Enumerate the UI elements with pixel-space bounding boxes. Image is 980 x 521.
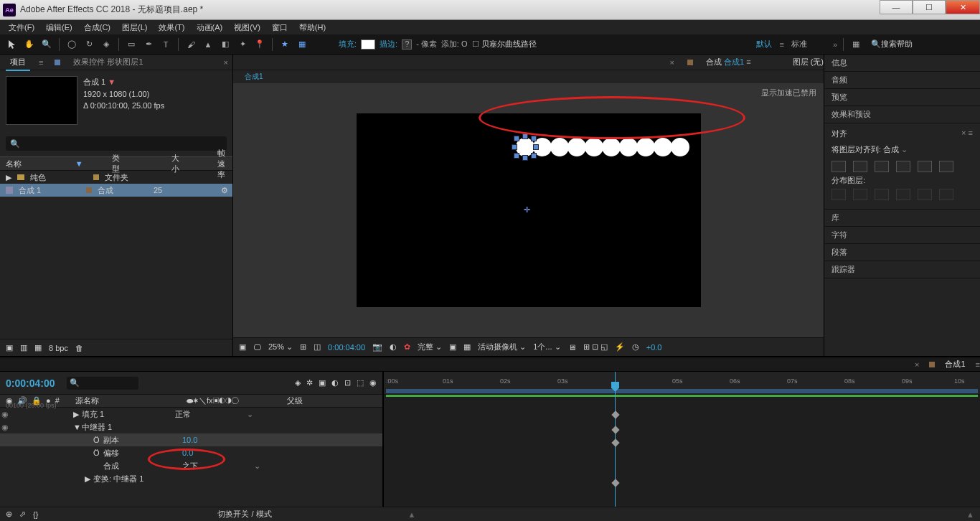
tl-opt6-icon[interactable]: ⬚ — [357, 378, 364, 388]
hand-tool-icon[interactable]: ✋ — [23, 38, 36, 51]
rotate-tool-icon[interactable]: ↻ — [83, 38, 95, 51]
tl-opt2-icon[interactable]: ✲ — [306, 378, 313, 388]
menu-composition[interactable]: 合成(C) — [80, 21, 115, 34]
dist-3[interactable] — [875, 189, 889, 200]
maximize-button[interactable]: ☐ — [913, 0, 946, 14]
stroke-label[interactable]: 描边: — [380, 39, 397, 50]
menu-file[interactable]: 文件(F) — [4, 21, 39, 34]
bezier-checkbox[interactable]: ☐ 贝塞尔曲线路径 — [472, 39, 537, 50]
paragraph-panel-header[interactable]: 段落 — [824, 244, 980, 261]
comp-thumbnail[interactable] — [6, 76, 77, 125]
current-time[interactable]: 0:00:04:00 — [328, 343, 365, 352]
exposure-value[interactable]: +0.0 — [646, 343, 662, 352]
keyframe-marker[interactable] — [611, 426, 619, 433]
mask-toggle-icon[interactable]: ◫ — [314, 342, 321, 352]
zoom-tool-icon[interactable]: 🔍 — [40, 38, 53, 51]
tl-opt3-icon[interactable]: ▣ — [319, 378, 326, 388]
effects-panel-header[interactable]: 效果和预设 — [824, 106, 980, 123]
timeline-tab[interactable]: 合成1 — [941, 357, 969, 372]
dist-5[interactable] — [918, 189, 932, 200]
timeline-track-area[interactable]: :00s 01s 02s 03s 05s 06s 07s 08s 09s 10s — [384, 372, 980, 521]
eraser-tool-icon[interactable]: ◧ — [219, 38, 232, 51]
tl-opt4-icon[interactable]: ◐ — [331, 378, 339, 388]
interpret-icon[interactable]: ▣ — [6, 343, 13, 352]
comp-close-icon[interactable]: × — [670, 58, 674, 67]
dist-4[interactable] — [896, 189, 910, 200]
new-folder-icon[interactable]: ▥ — [20, 343, 27, 352]
layer-tab[interactable]: 图层 (无) — [793, 57, 824, 67]
grid-toggle-icon[interactable]: ⊞ — [300, 342, 306, 352]
status-icon-2[interactable]: ⬀ — [19, 510, 26, 519]
menu-window[interactable]: 窗口 — [268, 21, 292, 34]
puppet-tool-icon[interactable]: 📍 — [253, 38, 266, 51]
copies-value[interactable]: 10.0 — [182, 436, 197, 444]
grid-icon[interactable]: ▦ — [296, 38, 308, 51]
library-panel-header[interactable]: 库 — [824, 210, 980, 227]
orbit-tool-icon[interactable]: ◯ — [65, 38, 78, 51]
align-vcenter-button[interactable] — [918, 161, 932, 172]
anchor-point-icon[interactable]: ✛ — [524, 205, 534, 215]
color-mgmt-icon[interactable]: ✿ — [404, 342, 410, 352]
time-ruler[interactable]: :00s 01s 02s 03s 05s 06s 07s 08s 09s 10s — [384, 372, 980, 395]
composition-canvas[interactable]: ✛ — [357, 113, 701, 307]
work-area-bar[interactable] — [386, 389, 978, 393]
roto-tool-icon[interactable]: ✦ — [236, 38, 249, 51]
bpc-button[interactable]: 8 bpc — [49, 344, 68, 352]
res-icon[interactable]: ▣ — [239, 342, 246, 352]
menu-help[interactable]: 帮助(H) — [295, 21, 330, 34]
camera-dropdown[interactable]: 活动摄像机 ⌄ — [478, 342, 526, 352]
transparency-icon[interactable]: ▦ — [463, 342, 471, 352]
dist-6[interactable] — [939, 189, 953, 200]
menu-layer[interactable]: 图层(L) — [118, 21, 151, 34]
pen-tool-icon[interactable]: ✒ — [142, 38, 155, 51]
align-bottom-button[interactable] — [939, 161, 953, 172]
star-icon[interactable]: ★ — [278, 38, 291, 51]
stroke-swatch[interactable]: ? — [402, 39, 412, 50]
fill-label[interactable]: 填充: — [339, 39, 357, 50]
project-search-input[interactable]: 🔍 — [6, 136, 227, 151]
timeline-icon[interactable]: ◷ — [632, 342, 639, 352]
workspace-default[interactable]: 默认 — [756, 39, 772, 50]
stopwatch-icon[interactable]: Ö — [93, 449, 103, 457]
property-row-transform[interactable]: ▶ 变换: 中继器 1 — [0, 472, 382, 485]
anchor-tool-icon[interactable]: ◈ — [100, 38, 113, 51]
workspace-standard[interactable]: 标准 — [791, 39, 807, 50]
project-columns-header[interactable]: 名称 ▼ 类型 大小 帧速率 — [0, 156, 232, 171]
panel-close-icon[interactable]: × — [224, 58, 228, 67]
text-tool-icon[interactable]: T — [159, 38, 172, 51]
minimize-button[interactable]: — — [880, 0, 913, 14]
keyframe-marker[interactable] — [611, 410, 619, 418]
tracker-panel-header[interactable]: 跟踪器 — [824, 261, 980, 278]
comp-breadcrumb[interactable]: 合成1 — [233, 70, 824, 83]
align-top-button[interactable] — [896, 161, 910, 172]
align-left-button[interactable] — [831, 161, 846, 172]
menu-view[interactable]: 视图(V) — [230, 21, 265, 34]
roi-icon[interactable]: ▣ — [449, 342, 456, 352]
brush-tool-icon[interactable]: 🖌 — [184, 38, 197, 51]
search-toggle-icon[interactable]: ▦ — [849, 38, 862, 51]
channel-icon[interactable]: ◐ — [390, 342, 397, 352]
current-timecode[interactable]: 0:00:04:00 — [6, 377, 55, 389]
menu-effect[interactable]: 效果(T) — [154, 21, 189, 34]
composition-viewer[interactable]: 显示加速已禁用 — [233, 83, 824, 337]
audio-panel-header[interactable]: 音频 — [824, 72, 980, 89]
tl-opt7-icon[interactable]: ◉ — [369, 378, 377, 388]
stopwatch-icon[interactable]: Ö — [93, 436, 103, 444]
search-help-input[interactable]: 🔍 搜索帮助 — [867, 38, 974, 51]
comp-tab-label[interactable]: 合成 合成1 ≡ — [702, 55, 755, 70]
resolution-dropdown[interactable]: 完整 ⌄ — [418, 342, 442, 352]
stamp-tool-icon[interactable]: ▲ — [202, 38, 215, 51]
effect-controls-tab[interactable]: 效果控件 形状图层1 — [69, 55, 147, 70]
fast-preview-icon[interactable]: ⚡ — [615, 342, 625, 352]
dist-2[interactable] — [853, 189, 867, 200]
parent-col[interactable]: 父级 — [287, 395, 382, 406]
new-comp-icon[interactable]: ▦ — [34, 343, 42, 352]
toggle-switches-button[interactable]: 切换开关 / 模式 — [217, 509, 271, 520]
character-panel-header[interactable]: 字符 — [824, 227, 980, 244]
keyframe-marker[interactable] — [611, 438, 619, 446]
keyframe-marker[interactable] — [611, 479, 619, 487]
layer-row-fill[interactable]: ◉ ▶ 填充 1 正常⌄ — [0, 408, 382, 421]
add-label[interactable]: 添加: O — [441, 39, 468, 50]
snapshot-icon[interactable]: 📷 — [372, 342, 382, 352]
align-right-button[interactable] — [875, 161, 889, 172]
